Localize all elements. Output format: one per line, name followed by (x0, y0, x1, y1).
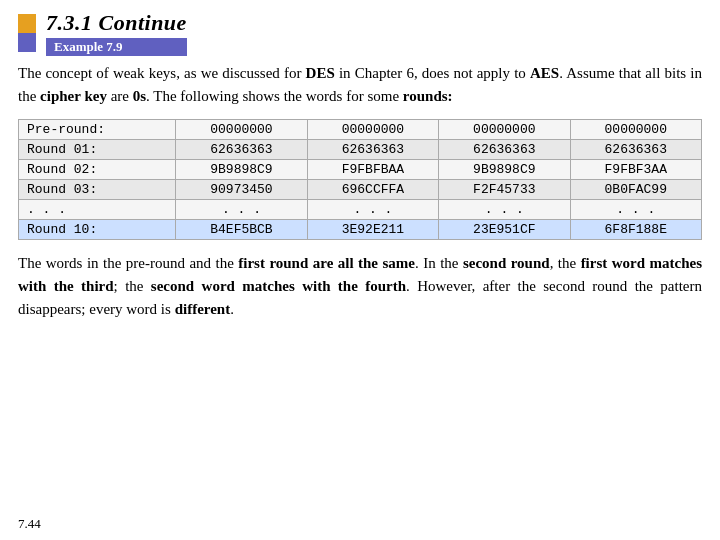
row-label: Pre-round: (19, 119, 176, 139)
main-title: 7.3.1 Continue (46, 10, 187, 36)
block-purple (18, 33, 36, 52)
row-col2: . . . (307, 199, 438, 219)
row-col4: 62636363 (570, 139, 701, 159)
table-row-round02: Round 02: 9B9898C9 F9FBFBAA 9B9898C9 F9F… (19, 159, 702, 179)
intro-paragraph: The concept of weak keys, as we discusse… (18, 62, 702, 109)
row-label: Round 01: (19, 139, 176, 159)
page-number: 7.44 (18, 516, 41, 532)
row-col4: 0B0FAC99 (570, 179, 701, 199)
row-col2: 00000000 (307, 119, 438, 139)
decorative-blocks (18, 14, 36, 52)
row-label: Round 02: (19, 159, 176, 179)
row-label: . . . (19, 199, 176, 219)
rounds-table: Pre-round: 00000000 00000000 00000000 00… (18, 119, 702, 240)
row-col3: 00000000 (439, 119, 570, 139)
row-col3: 62636363 (439, 139, 570, 159)
row-col1: 9B9898C9 (176, 159, 307, 179)
row-col2: 3E92E211 (307, 219, 438, 239)
table-row-round01: Round 01: 62636363 62636363 62636363 626… (19, 139, 702, 159)
row-col1: 00000000 (176, 119, 307, 139)
table-row-round10: Round 10: B4EF5BCB 3E92E211 23E951CF 6F8… (19, 219, 702, 239)
conclusion-paragraph: The words in the pre-round and the first… (18, 252, 702, 322)
row-col1: 62636363 (176, 139, 307, 159)
table-row-round03: Round 03: 90973450 696CCFFA F2F45733 0B0… (19, 179, 702, 199)
row-col4: 6F8F188E (570, 219, 701, 239)
row-col3: . . . (439, 199, 570, 219)
row-col3: F2F45733 (439, 179, 570, 199)
row-col1: B4EF5BCB (176, 219, 307, 239)
row-col4: 00000000 (570, 119, 701, 139)
block-orange (18, 14, 36, 33)
header-row: 7.3.1 Continue Example 7.9 (18, 10, 702, 56)
row-col1: 90973450 (176, 179, 307, 199)
row-col4: F9FBF3AA (570, 159, 701, 179)
row-col3: 9B9898C9 (439, 159, 570, 179)
table-row-dots: . . . . . . . . . . . . . . . (19, 199, 702, 219)
row-label: Round 10: (19, 219, 176, 239)
row-col2: 696CCFFA (307, 179, 438, 199)
page: 7.3.1 Continue Example 7.9 The concept o… (0, 0, 720, 540)
row-col3: 23E951CF (439, 219, 570, 239)
row-col2: 62636363 (307, 139, 438, 159)
row-label: Round 03: (19, 179, 176, 199)
row-col4: . . . (570, 199, 701, 219)
row-col1: . . . (176, 199, 307, 219)
title-section: 7.3.1 Continue Example 7.9 (46, 10, 187, 56)
table-row-preround: Pre-round: 00000000 00000000 00000000 00… (19, 119, 702, 139)
example-badge: Example 7.9 (46, 38, 187, 56)
row-col2: F9FBFBAA (307, 159, 438, 179)
